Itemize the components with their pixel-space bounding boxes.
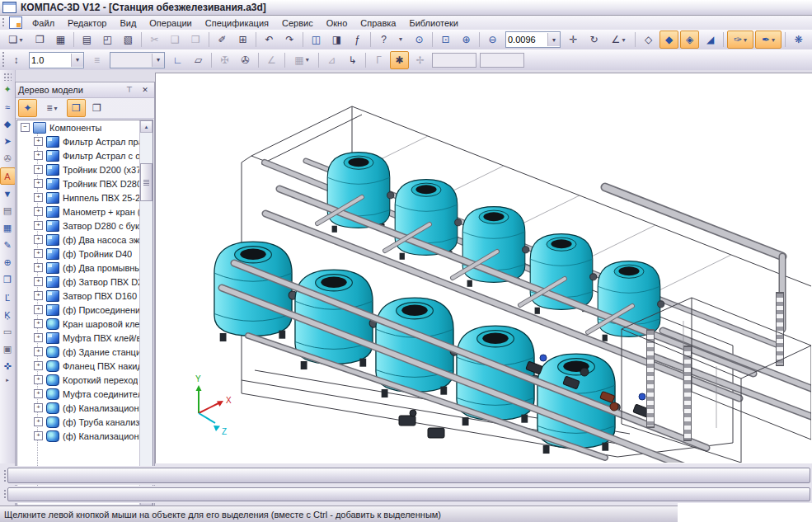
tree-item[interactable]: + Короткий переход	[17, 373, 140, 387]
spreadsheet-button[interactable]: ⊞	[233, 31, 252, 49]
array-button[interactable]: ⊕	[0, 254, 16, 271]
print-preview-button[interactable]: ◰	[98, 31, 117, 49]
menu-item[interactable]: Вид	[113, 17, 143, 29]
shaded-mode-button[interactable]: ◆	[659, 31, 678, 49]
menu-item[interactable]: Файл	[26, 17, 61, 29]
expand-toggle[interactable]: +	[34, 165, 43, 174]
pan-button[interactable]: ✛	[564, 31, 583, 49]
query-button[interactable]: ✜	[0, 358, 16, 375]
shaded-edges-mode-button[interactable]: ◈	[680, 31, 699, 49]
tree-item-root[interactable]: − Компоненты	[17, 120, 140, 134]
print-button[interactable]: ▤	[77, 31, 96, 49]
menu-item[interactable]: Справка	[354, 17, 402, 29]
expand-toggle[interactable]: +	[34, 333, 43, 342]
coordinate-y-field[interactable]	[432, 53, 476, 68]
sketch-plane-button[interactable]: ▱	[189, 51, 208, 69]
tree-item[interactable]: + Муфта соединител	[17, 387, 140, 401]
close-icon[interactable]: ✕	[138, 84, 152, 96]
orientation-sphere-button[interactable]: ❋	[789, 31, 808, 49]
layer-value-input[interactable]	[110, 54, 152, 66]
measure-l-button[interactable]: Ľ	[0, 289, 16, 306]
grid-button[interactable]: ▦	[289, 51, 315, 69]
expand-toggle[interactable]: +	[34, 193, 43, 202]
print-3d-button[interactable]: ▣	[0, 341, 16, 358]
menu-item[interactable]: Сервис	[275, 17, 320, 29]
step-combo-dropdown[interactable]: ▾	[71, 54, 83, 67]
step-value-input[interactable]	[30, 54, 71, 66]
tree-item[interactable]: + (ф) Здание станци	[17, 345, 140, 359]
context-help-button[interactable]: ?	[374, 31, 393, 49]
expand-toggle[interactable]: +	[34, 361, 43, 370]
sketch-button[interactable]: ✎	[0, 237, 16, 254]
measure-button[interactable]: ✠	[215, 51, 234, 69]
snaps-toggle-button[interactable]: ✱	[390, 51, 409, 69]
tree-item[interactable]: + Муфта ПВХ клей/в.	[17, 331, 140, 345]
tree-item[interactable]: + Ниппель ПВХ 25-20:	[17, 190, 140, 205]
aux-geometry-button[interactable]: ➤	[0, 133, 16, 150]
expand-toggle[interactable]: +	[34, 277, 43, 286]
specification-button[interactable]: ▤	[0, 202, 16, 219]
tree-item[interactable]: + Фильтр Астрал с об	[17, 148, 140, 162]
redo-button[interactable]: ↷	[280, 31, 299, 49]
new-document-button[interactable]: ❏	[2, 31, 29, 49]
layer-combo-dropdown[interactable]: ▾	[152, 54, 164, 67]
attachments-button[interactable]: ✇	[0, 150, 16, 167]
tree-item[interactable]: + (ф) Два насоса эже	[17, 233, 140, 247]
expand-toggle[interactable]: +	[34, 305, 43, 314]
open-button[interactable]: ❐	[31, 31, 49, 49]
menu-item[interactable]: Библиотеки	[402, 17, 465, 29]
expand-toggle[interactable]: +	[34, 431, 43, 440]
expand-toggle[interactable]: +	[34, 319, 43, 328]
local-csys-button[interactable]: ∟	[168, 51, 187, 69]
tree-structure-button[interactable]: ✦	[18, 99, 37, 117]
expand-toggle[interactable]: +	[34, 389, 43, 398]
edit-part-button[interactable]: ✦	[0, 81, 16, 98]
tree-item[interactable]: + (ф) Тройник D40	[17, 247, 140, 261]
expand-toggle[interactable]: +	[34, 263, 43, 272]
variables-button[interactable]: ◨	[327, 31, 346, 49]
check-button[interactable]: Ķ	[0, 306, 16, 323]
tree-item[interactable]: + (ф) Канализационн	[17, 401, 140, 415]
cut-button[interactable]: ✂	[145, 31, 164, 49]
reports-button[interactable]: ▦	[0, 219, 16, 237]
menu-item[interactable]: Окно	[320, 17, 354, 29]
document-icon[interactable]	[9, 16, 22, 29]
send-button[interactable]: ▧	[119, 31, 138, 49]
surfaces-button[interactable]: ◆	[0, 115, 16, 133]
expand-toggle[interactable]: +	[34, 375, 43, 384]
tree-item[interactable]: + Манометр + кран (:	[17, 205, 140, 219]
layers-button[interactable]: ≡	[87, 51, 106, 69]
tree-item[interactable]: + (ф) Присоединение	[17, 303, 140, 317]
extra-window-button[interactable]: ❐	[87, 99, 106, 117]
copy-properties-button[interactable]: ✐	[213, 31, 232, 49]
expand-toggle[interactable]: +	[34, 137, 43, 146]
expand-toggle[interactable]: +	[34, 179, 43, 188]
expand-toggle[interactable]: +	[34, 403, 43, 412]
tree-item[interactable]: + Тройник ПВХ D280 '	[17, 176, 140, 190]
expand-toggle[interactable]: +	[34, 235, 43, 244]
tree-item[interactable]: + (ф) Канализационн	[17, 429, 140, 443]
tree-item[interactable]: + Тройник D200 (x37)	[17, 162, 140, 176]
save-button[interactable]: ▦	[51, 31, 70, 49]
step-button[interactable]: ↕	[7, 51, 26, 69]
vertical-scroll-thumb[interactable]	[140, 163, 153, 201]
folder-button[interactable]: ▭	[0, 323, 16, 341]
angle-snap-button[interactable]: ∠	[262, 51, 281, 69]
menu-item[interactable]: Редактор	[61, 17, 113, 29]
tree-item[interactable]: + Затвор ПВХ D160 в	[17, 289, 140, 303]
menu-item[interactable]: Операции	[143, 17, 198, 29]
doc-structure-button[interactable]: ❒	[67, 99, 86, 117]
space-curves-button[interactable]: ≈	[0, 98, 16, 115]
toolbar-grip[interactable]	[2, 489, 7, 500]
toolbar-grip[interactable]	[1, 17, 5, 28]
expand-toggle[interactable]: +	[34, 347, 43, 356]
zoom-combo-dropdown[interactable]: ▾	[547, 33, 560, 46]
3d-viewport[interactable]: Y X Z	[155, 73, 812, 463]
tree-item[interactable]: + (ф) Два промывны	[17, 261, 140, 275]
expand-toggle[interactable]: +	[34, 151, 43, 160]
expand-toggle[interactable]: +	[34, 249, 43, 258]
hide-section-button[interactable]: ✑	[727, 31, 753, 49]
section-zone-button[interactable]: ✒	[755, 31, 781, 49]
zoom-value-input[interactable]	[506, 34, 547, 45]
window-manager-button[interactable]: ◫	[307, 31, 326, 49]
